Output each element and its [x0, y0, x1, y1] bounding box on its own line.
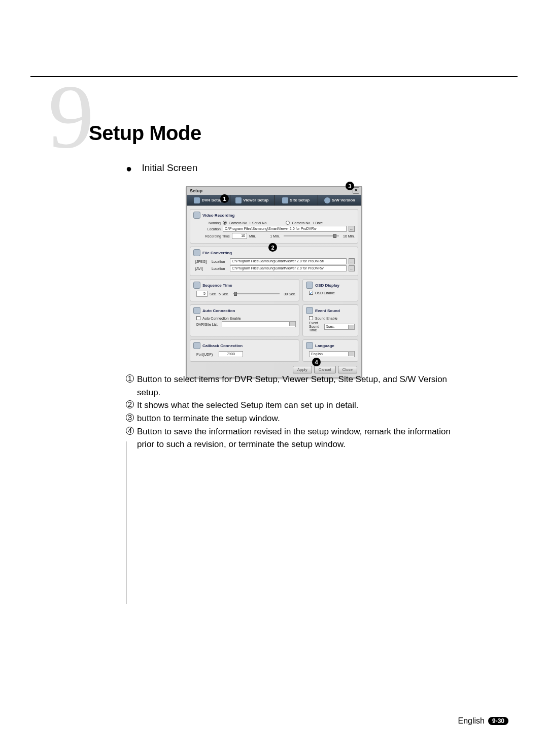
avi-browse[interactable]: … — [349, 265, 355, 271]
note-1b: setup. — [137, 388, 160, 397]
naming-radio-date[interactable] — [286, 221, 290, 225]
avi-location-input[interactable]: C:\Program Files\Samsung\SmartViewer 2.0… — [230, 265, 347, 271]
language-title: Language — [315, 343, 334, 348]
rectime-unit: Min. — [249, 234, 256, 238]
seqtime-slider[interactable] — [233, 293, 280, 294]
close-button-footer[interactable]: Close — [338, 366, 357, 373]
event-time-select[interactable]: 5sec. — [324, 324, 355, 330]
note-2: It shows what the selected Setup item ca… — [137, 400, 359, 410]
tab-dvr-icon — [194, 197, 200, 203]
language-select[interactable]: English — [309, 351, 355, 357]
sound-enable-checkbox[interactable] — [309, 316, 313, 320]
note-1-icon: 1 — [126, 374, 134, 383]
rectime-input[interactable]: 10 — [232, 233, 247, 239]
seqtime-max: 30 Sec. — [284, 292, 296, 296]
language-icon — [306, 342, 313, 349]
language-panel: Language English — [302, 339, 358, 362]
tab-viewer-label: Viewer Setup — [243, 198, 268, 202]
naming-radio-serial[interactable] — [223, 221, 227, 225]
jpeg-browse[interactable]: … — [349, 258, 355, 264]
osd-enable-label: OSD Enable — [315, 291, 335, 295]
setup-tabs: DVR Setup Viewer Setup Site Setup S/W Ve… — [187, 195, 361, 206]
osd-icon — [306, 282, 313, 289]
avi-label: [AVI] — [195, 267, 210, 270]
seqtime-unit: Sec. — [210, 292, 217, 296]
file-converting-panel: 2 File Converting [JPEG] Location C:\Pro… — [190, 247, 358, 276]
close-button[interactable]: ✕ — [353, 187, 359, 194]
top-divider — [30, 76, 518, 77]
apply-button[interactable]: Apply — [293, 366, 312, 373]
callout-badge-4: 4 — [312, 358, 321, 366]
tab-viewer-icon — [235, 197, 242, 203]
video-recording-panel: Video Recording Naming Camera No. + Seri… — [190, 209, 358, 244]
page-number-badge: 9-30 — [488, 717, 508, 725]
vr-location-browse[interactable]: … — [349, 226, 355, 232]
callback-icon — [193, 342, 200, 349]
video-recording-icon — [193, 212, 200, 219]
vr-location-label: Location — [202, 227, 221, 231]
sequence-time-icon — [193, 282, 200, 289]
tab-sw-version[interactable]: S/W Version — [318, 195, 361, 205]
event-sound-icon — [306, 307, 313, 314]
auto-connection-icon — [193, 307, 200, 314]
naming-opt1-label: Camera No. + Serial No. — [229, 221, 267, 225]
callout-badge-2: 2 — [268, 243, 277, 252]
seqtime-min: 5 Sec. — [219, 292, 229, 296]
tab-site-setup[interactable]: Site Setup — [275, 195, 318, 205]
tab-sw-label: S/W Version — [332, 198, 355, 202]
bullet-icon: ● — [126, 163, 132, 174]
jpeg-loc-label: Location — [212, 260, 228, 263]
chapter-number: 9 — [48, 71, 94, 162]
naming-label: Naming — [202, 221, 221, 225]
dvr-site-list-label: DVR/Site List — [196, 323, 220, 326]
dialog-titlebar: Setup ✕ — [187, 187, 361, 195]
file-converting-icon — [193, 249, 200, 256]
event-sound-panel: Event Sound Sound Enable Event Sound Tim… — [302, 304, 358, 336]
note-2-icon: 2 — [126, 400, 134, 408]
footer-language: English — [458, 716, 484, 726]
note-1a: Button to select items for DVR Setup, Vi… — [137, 374, 447, 384]
rectime-max: 10 Min. — [343, 234, 355, 238]
callout-badge-1: 1 — [220, 194, 229, 203]
file-converting-title: File Converting — [202, 251, 232, 255]
note-3-icon: 3 — [126, 414, 134, 422]
port-input[interactable]: 7900 — [219, 351, 243, 357]
page-footer: English 9-30 — [458, 716, 508, 726]
info-icon — [324, 197, 330, 203]
tab-dvr-label: DVR Setup — [201, 198, 222, 202]
osd-enable-checkbox[interactable] — [309, 291, 313, 295]
auto-connection-title: Auto Connection — [202, 308, 235, 313]
rectime-label: Recording Time — [202, 234, 230, 238]
sequence-time-title: Sequence Time — [202, 283, 232, 288]
callback-title: Callback Connection — [202, 343, 243, 348]
event-sound-title: Event Sound — [315, 308, 340, 313]
naming-opt2-label: Camera No. + Date — [292, 221, 323, 225]
note-4a: Button to save the information revised i… — [137, 427, 451, 436]
rectime-slider[interactable] — [284, 235, 339, 236]
section-heading: ● Initial Screen — [126, 162, 197, 175]
seqtime-input[interactable]: 5 — [196, 291, 208, 297]
auto-connection-panel: Auto Connection Auto Connection Enable D… — [190, 304, 299, 336]
note-4-icon: 4 — [126, 427, 134, 435]
note-4b: prior to such a revision, or terminate t… — [137, 439, 346, 449]
osd-title: OSD Display — [315, 283, 339, 288]
tab-site-icon — [282, 197, 288, 203]
setup-dialog: 3 Setup ✕ 1 DVR Setup Viewer Setup Site … — [186, 186, 362, 378]
video-recording-title: Video Recording — [202, 213, 234, 218]
cancel-button[interactable]: Cancel — [314, 366, 336, 373]
event-time-label: Event Sound Time — [309, 321, 322, 332]
chapter-title: Setup Mode — [89, 122, 201, 145]
left-rule — [126, 441, 126, 604]
vr-location-input[interactable]: C:\Program Files\Samsung\SmartViewer 2.0… — [223, 226, 347, 232]
rectime-min: 1 Min. — [270, 234, 280, 238]
auto-enable-checkbox[interactable] — [196, 316, 200, 320]
dvr-site-list-select[interactable] — [222, 321, 296, 327]
osd-display-panel: OSD Display OSD Enable — [302, 279, 358, 301]
tab-viewer-setup[interactable]: Viewer Setup — [230, 195, 274, 205]
tab-site-label: Site Setup — [290, 198, 310, 202]
avi-loc-label: Location — [212, 267, 228, 270]
sound-enable-label: Sound Enable — [315, 317, 337, 320]
jpeg-location-input[interactable]: C:\Program Files\Samsung\SmartViewer 2.0… — [230, 258, 347, 264]
sequence-time-panel: Sequence Time 5 Sec. 5 Sec. 30 Sec. — [190, 279, 299, 301]
auto-enable-label: Auto Connection Enable — [202, 317, 241, 320]
